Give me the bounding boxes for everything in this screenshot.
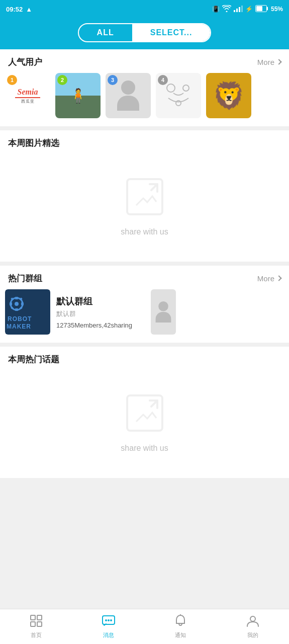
status-right: 📳 ⚡ 55% [212,5,283,14]
svg-point-13 [15,302,19,306]
weekly-topics-section: 本周热门话题 share with us [0,347,289,478]
popular-users-title: 人气用户 [8,56,42,68]
flash-icon: ⚡ [245,6,253,13]
battery-percent: 55% [271,6,283,13]
group-list: ROBOT MAKER 默认群组 默认群 12735Members,42shar… [0,289,289,343]
svg-rect-14 [15,297,18,299]
popular-users-more[interactable]: More [257,58,281,66]
profile-icon [246,614,259,629]
hot-groups-more[interactable]: More [257,274,281,283]
weekly-images-section: 本周图片精选 share with us [0,130,289,262]
wifi-icon [222,5,231,14]
weekly-topics-placeholder: share with us [0,370,289,478]
svg-rect-29 [37,622,42,626]
status-alert-icon: ▲ [26,6,32,13]
notify-icon [174,614,187,629]
group-sub-1: 默认群 [56,309,146,318]
svg-point-32 [108,619,110,621]
bottom-nav: 首页 消息 通知 [0,609,289,644]
status-time: 09:52 [6,6,23,13]
svg-rect-3 [241,6,243,12]
user-avatar-1[interactable]: Semia 西瓜亚 1 [5,73,50,118]
nav-profile-label: 我的 [247,631,258,639]
user-avatar-5[interactable]: 🦁 [206,73,251,118]
popular-users-section: 人气用户 More Semia 西瓜亚 1 🧍 2 [0,49,289,126]
group-avatar-placeholder [151,289,176,335]
hot-groups-section: 热门群组 More [0,266,289,343]
group-card-1[interactable]: ROBOT MAKER 默认群组 默认群 12735Members,42shar… [5,289,146,335]
vibrate-icon: 📳 [212,6,220,13]
user-avatar-2[interactable]: 🧍 2 [55,73,101,118]
popular-users-header: 人气用户 More [0,49,289,73]
chevron-right-icon [276,59,281,64]
tab-all[interactable]: ALL [79,24,132,41]
rank-badge-4: 4 [158,75,168,85]
group-logo-robotmaker: ROBOT MAKER [5,289,50,335]
svg-rect-27 [37,615,42,620]
svg-rect-2 [239,7,240,12]
weekly-images-header: 本周图片精选 [0,130,289,154]
weekly-images-share-text: share with us [121,227,168,236]
person-silhouette [117,80,139,111]
weekly-topics-share-text: share with us [121,444,168,453]
hot-groups-header: 热门群组 More [0,266,289,289]
signal-icon [234,5,243,14]
svg-rect-28 [31,622,35,626]
nav-notify-label: 通知 [175,631,186,639]
home-icon [30,614,43,629]
svg-rect-16 [10,302,12,305]
svg-text:MAKER: MAKER [7,323,31,330]
tab-select[interactable]: SELECT... [132,24,211,41]
status-bar: 09:52 ▲ 📳 ⚡ [0,0,289,18]
svg-text:ROBOT: ROBOT [8,315,32,323]
share-icon-2 [122,390,167,436]
popular-users-list: Semia 西瓜亚 1 🧍 2 3 [0,73,289,126]
top-tab-bar: ALL SELECT... [0,18,289,49]
svg-rect-5 [256,6,262,11]
nav-profile[interactable]: 我的 [236,611,269,642]
svg-rect-1 [236,9,238,12]
svg-point-7 [183,85,189,91]
nav-home[interactable]: 首页 [20,611,53,642]
svg-point-36 [250,616,255,621]
weekly-topics-title: 本周热门话题 [8,354,59,365]
chevron-right-icon-2 [276,275,281,281]
rank-badge-2: 2 [57,75,67,85]
svg-rect-0 [234,10,235,12]
battery-icon [255,5,268,14]
semia-logo: Semia 西瓜亚 [15,88,40,104]
svg-rect-26 [31,615,35,620]
nav-message[interactable]: 消息 [92,611,125,642]
weekly-images-placeholder: share with us [0,154,289,262]
robot-maker-svg: ROBOT MAKER [6,290,50,334]
user-avatar-4[interactable]: 4 [156,73,201,118]
svg-point-31 [105,619,107,621]
weekly-topics-header: 本周热门话题 [0,347,289,370]
main-content: 人气用户 More Semia 西瓜亚 1 🧍 2 [0,49,289,522]
rank-badge-3: 3 [108,75,118,85]
lion-avatar: 🦁 [206,73,251,118]
nav-notify[interactable]: 通知 [164,611,197,642]
rank-badge-1: 1 [7,75,17,85]
hot-groups-title: 热门群组 [8,273,42,284]
svg-rect-17 [21,302,24,305]
svg-point-6 [167,84,175,92]
weekly-images-title: 本周图片精选 [8,137,59,149]
group-stats-1: 12735Members,42sharing [56,321,146,329]
svg-rect-15 [15,308,18,311]
share-icon [122,174,167,219]
user-avatar-3[interactable]: 3 [106,73,151,118]
tab-pill: ALL SELECT... [78,23,212,42]
svg-point-33 [110,619,112,621]
group-name-1: 默认群组 [56,295,146,307]
group-info-1: 默认群组 默认群 12735Members,42sharing [56,295,146,329]
nav-message-label: 消息 [103,631,114,639]
status-left: 09:52 ▲ [6,6,32,13]
message-icon [102,614,115,629]
nav-home-label: 首页 [31,631,42,639]
